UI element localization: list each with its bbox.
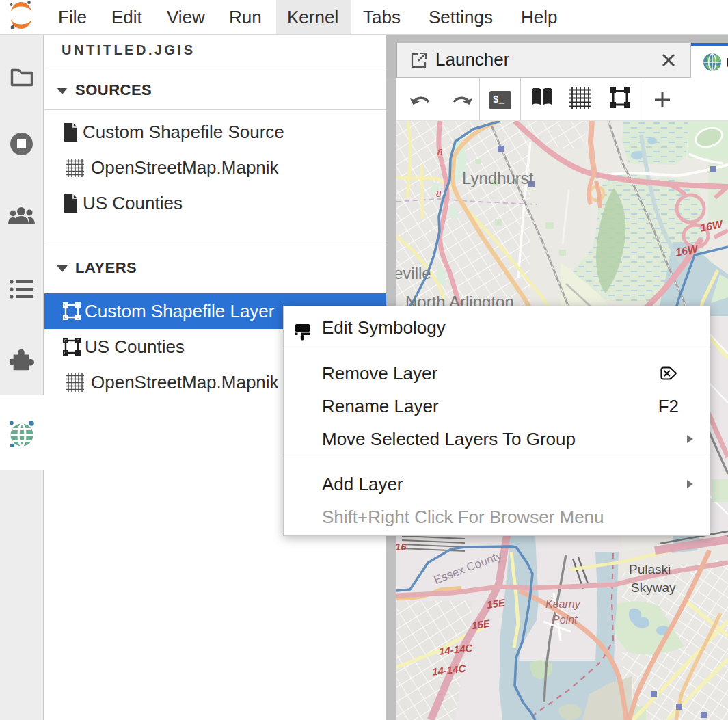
svg-text:8: 8 [437, 147, 443, 157]
svg-text:Skyway: Skyway [631, 581, 676, 595]
svg-text:$_: $_ [493, 94, 504, 105]
svg-text:Point: Point [552, 614, 578, 626]
svg-text:eville: eville [396, 264, 431, 282]
svg-text:16: 16 [396, 541, 407, 552]
svg-text:Pulaski: Pulaski [629, 562, 671, 576]
svg-text:Kearny: Kearny [545, 598, 581, 610]
svg-text:Lyndhurst: Lyndhurst [462, 169, 534, 187]
svg-text:8: 8 [436, 189, 442, 199]
